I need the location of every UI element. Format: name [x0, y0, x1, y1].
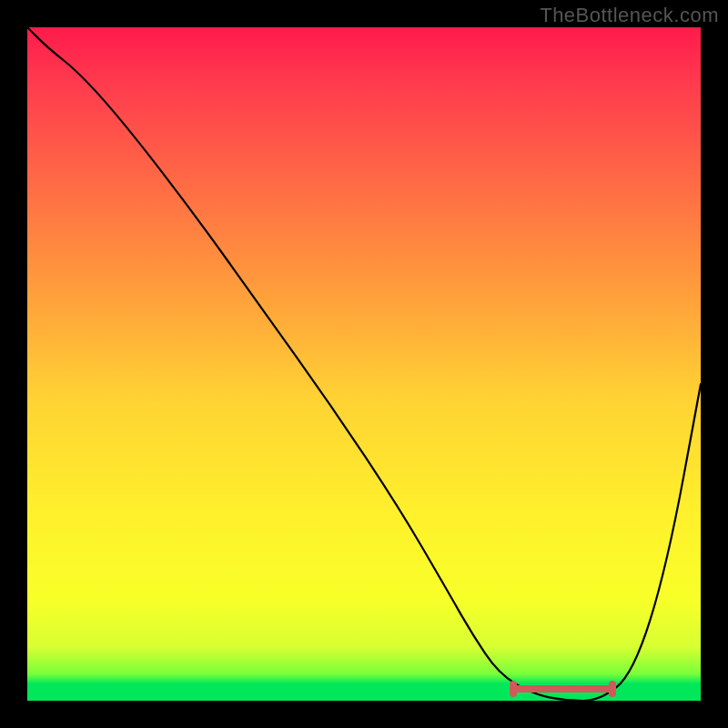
optimal-range-bar	[512, 685, 613, 693]
chart-gradient-background	[27, 27, 701, 701]
optimal-range-indicator	[512, 682, 613, 695]
watermark-text: TheBottleneck.com	[540, 4, 719, 27]
optimal-range-cap-right	[609, 681, 616, 697]
chart-plot-area	[27, 27, 701, 701]
